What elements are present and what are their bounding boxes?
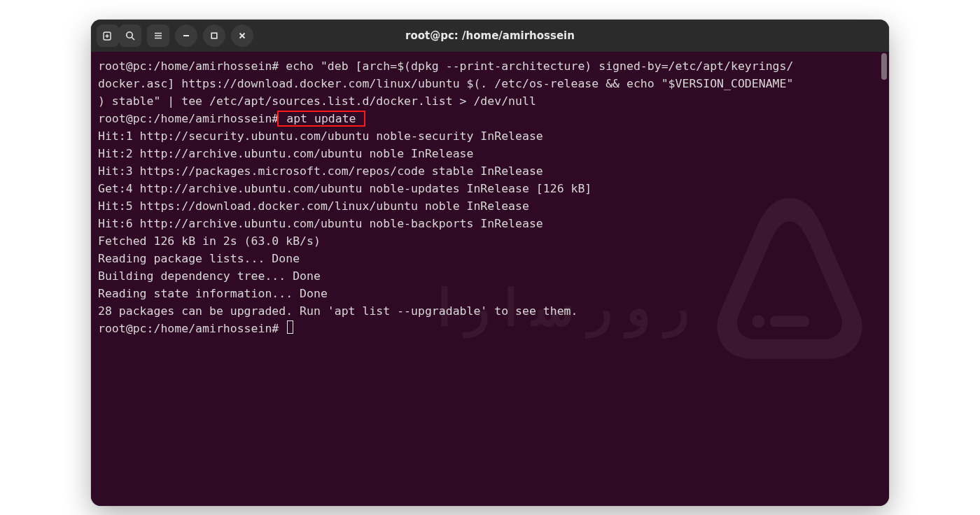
highlighted-command: apt update <box>277 111 365 127</box>
terminal-line: Hit:3 https://packages.microsoft.com/rep… <box>98 164 543 178</box>
maximize-icon <box>209 31 219 41</box>
search-icon <box>125 30 136 41</box>
terminal-line: Hit:6 http://archive.ubuntu.com/ubuntu n… <box>98 217 543 230</box>
terminal-line: Get:4 http://archive.ubuntu.com/ubuntu n… <box>98 182 592 195</box>
terminal-prompt: root@pc:/home/amirhossein# <box>98 112 279 125</box>
svg-point-1 <box>127 32 132 38</box>
terminal-line: Building dependency tree... Done <box>98 269 321 283</box>
terminal-line: docker.asc] https://download.docker.com/… <box>98 77 793 90</box>
terminal-line: Reading state information... Done <box>98 287 328 300</box>
menu-icon <box>153 30 164 41</box>
svg-rect-2 <box>211 33 217 38</box>
terminal-line: Reading package lists... Done <box>98 252 300 265</box>
terminal-viewport[interactable]: root@pc:/home/amirhossein# echo "deb [ar… <box>91 52 889 506</box>
terminal-line: root@pc:/home/amirhossein# echo "deb [ar… <box>98 59 793 73</box>
terminal-line: Hit:1 http://security.ubuntu.com/ubuntu … <box>98 129 543 143</box>
scrollbar-thumb[interactable] <box>881 53 887 80</box>
minimize-button[interactable] <box>175 24 197 47</box>
search-button[interactable] <box>119 24 141 47</box>
watermark-logo <box>699 188 881 366</box>
terminal-prompt: root@pc:/home/amirhossein# <box>98 322 279 335</box>
close-icon <box>237 31 247 41</box>
terminal-line: ) stable" | tee /etc/apt/sources.list.d/… <box>98 94 536 108</box>
svg-rect-4 <box>770 316 809 327</box>
svg-point-5 <box>752 315 764 327</box>
terminal-line: Hit:5 https://download.docker.com/linux/… <box>98 199 529 213</box>
minimize-icon <box>181 31 191 41</box>
maximize-button[interactable] <box>203 24 225 47</box>
close-button[interactable] <box>231 24 253 47</box>
menu-button[interactable] <box>147 24 169 47</box>
svg-point-3 <box>760 316 820 327</box>
new-tab-button[interactable] <box>97 24 119 47</box>
terminal-line: 28 packages can be upgraded. Run 'apt li… <box>98 304 578 318</box>
titlebar: root@pc: /home/amirhossein <box>91 20 889 52</box>
new-tab-icon <box>102 30 113 41</box>
terminal-line: Fetched 126 kB in 2s (63.0 kB/s) <box>98 234 321 248</box>
terminal-window: root@pc: /home/amirhossein <box>91 20 889 506</box>
terminal-line: Hit:2 http://archive.ubuntu.com/ubuntu n… <box>98 147 473 160</box>
cursor <box>287 320 293 334</box>
